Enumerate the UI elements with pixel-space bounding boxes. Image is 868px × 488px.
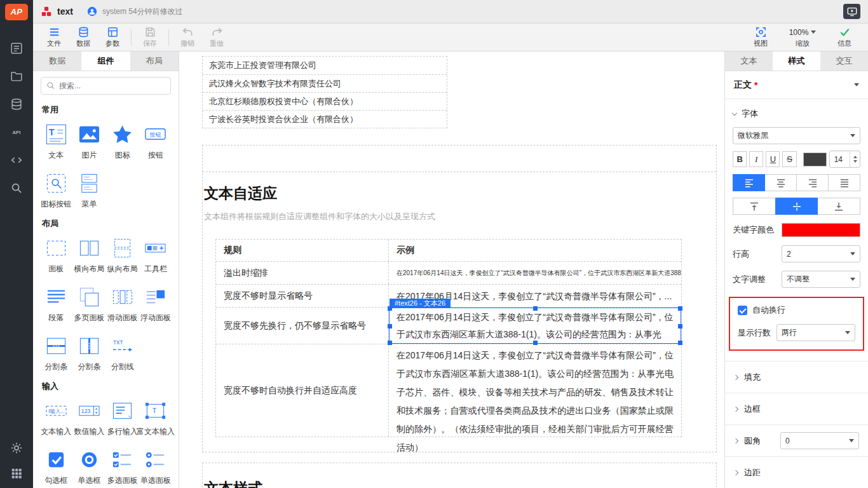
component-item-menu[interactable]: 菜单 [72, 172, 105, 210]
component-item-text[interactable]: T 文本 [39, 123, 72, 161]
component-item-multiline-input[interactable]: 多行输入 [106, 400, 139, 437]
save-button[interactable]: 保存 [135, 26, 165, 48]
component-item-icon[interactable]: 图标 [106, 123, 139, 161]
component-item-toolbar[interactable]: 工具栏 [139, 237, 172, 274]
font-size-stepper[interactable]: 14 [829, 151, 860, 168]
tab-components[interactable]: 组件 [81, 51, 130, 71]
pages-icon[interactable] [10, 41, 24, 55]
database-icon[interactable] [10, 97, 24, 111]
component-item-checkbox[interactable]: 勾选框 [39, 449, 72, 486]
next-section[interactable]: 文本样式 [202, 463, 717, 488]
example-cell[interactable]: 在2017年06月14日这天，李俊创立了“武汉奇普微半导体有限公司”，位于武汉市… [389, 262, 681, 284]
resize-handle[interactable] [388, 324, 392, 329]
component-item-slidepanel[interactable]: 滑动面板 [106, 286, 139, 323]
font-family-select[interactable]: 微软雅黑 [733, 127, 860, 144]
params-button[interactable]: 参数 [98, 26, 127, 48]
component-item-icon-button[interactable]: 图标按钮 [39, 172, 72, 210]
align-justify-button[interactable] [828, 174, 860, 191]
component-item-multipanel[interactable]: 多页面板 [72, 286, 105, 323]
line-height-select[interactable]: 2 [782, 245, 860, 262]
apps-grid-icon[interactable] [10, 466, 24, 480]
auto-wrap-checkbox[interactable] [738, 306, 747, 315]
example-cell[interactable]: 在2017年06月14日这天，李俊创立了“武汉奇普微半导体有限公司”，位于武汉市… [389, 344, 681, 437]
element-type-dropdown[interactable]: 正文 * [725, 71, 868, 99]
component-item-panel[interactable]: 面板 [39, 237, 72, 274]
text-adaptive-section[interactable]: 文本自适应 文本组件将根据规则自适应调整组件和字体的大小以及呈现方式 规则 示例… [202, 145, 717, 452]
bold-button[interactable]: B [733, 151, 747, 167]
align-right-button[interactable] [796, 174, 829, 191]
search-icon[interactable] [10, 181, 24, 195]
tab-text[interactable]: 文本 [725, 51, 773, 71]
text-adjust-select[interactable]: 不调整 [782, 271, 860, 288]
component-item-vlayout[interactable]: 纵向布局 [106, 237, 139, 274]
radius-select[interactable]: 0 [780, 432, 859, 449]
list-item[interactable]: 宁波长谷英时投资合伙企业（有限合伙） [203, 110, 447, 128]
valign-middle-button[interactable] [775, 198, 818, 215]
section-heading[interactable]: 文本样式 [204, 478, 716, 488]
zoom-control[interactable]: 100% 缩放 [785, 26, 820, 48]
section-subtitle[interactable]: 文本组件将根据规则自适应调整组件和字体的大小以及呈现方式 [204, 211, 716, 222]
app-logo[interactable]: AP [0, 0, 33, 24]
api-icon[interactable]: API [10, 125, 24, 139]
section-heading[interactable]: 文本自适应 [204, 184, 716, 203]
section-title-block[interactable]: 文本自适应 文本组件将根据规则自适应调整组件和字体的大小以及呈现方式 [203, 172, 716, 222]
component-item-number-input[interactable]: 123 数值输入 [72, 400, 105, 437]
file-menu-button[interactable]: 文件 [39, 26, 69, 48]
selected-text-component[interactable]: 在2017年06月14日这天，李俊创立了“武汉奇普微半导体有限公司”，位于武汉市… [389, 308, 681, 344]
component-item-checkbox-panel[interactable]: 多选面板 [106, 449, 139, 486]
italic-button[interactable]: I [749, 151, 763, 167]
undo-button[interactable]: 撤销 [173, 26, 202, 48]
info-button[interactable]: 信息 [830, 26, 859, 48]
list-item[interactable]: 武汉烽火众智数字技术有限责任公司 [203, 74, 447, 92]
rule-cell[interactable]: 宽度不够先换行，仍不够显示省略号 [216, 308, 389, 344]
keyword-color-swatch[interactable] [782, 223, 860, 237]
component-item-button[interactable]: 按钮 按钮 [139, 123, 172, 161]
component-item-paragraph[interactable]: 段落 [39, 286, 72, 323]
underline-button[interactable]: U [766, 151, 780, 167]
border-section-header[interactable]: 边框 [725, 393, 868, 424]
component-item-hlayout[interactable]: 横向布局 [72, 237, 105, 274]
font-color-swatch[interactable] [803, 152, 827, 166]
strikethrough-button[interactable]: S [782, 151, 796, 167]
rule-cell[interactable]: 宽度不够时自动换行并自适应高度 [216, 344, 389, 437]
radius-section-header[interactable]: 圆角 0 [725, 424, 868, 456]
company-list-component[interactable]: 东莞市上正投资管理有限公司 武汉烽火众智数字技术有限责任公司 北京红杉顺德股权投… [202, 56, 447, 128]
rule-cell[interactable]: 溢出时缩排 [216, 262, 389, 284]
rules-table[interactable]: 规则 示例 溢出时缩排 在2017年06月14日这天，李俊创立了“武汉奇普微半导… [215, 239, 682, 437]
list-item[interactable]: 东莞市上正投资管理有限公司 [203, 57, 447, 74]
search-input[interactable] [41, 77, 171, 95]
display-lines-select[interactable]: 两行 [776, 324, 855, 341]
align-center-button[interactable] [764, 174, 797, 191]
stepper-arrows[interactable] [850, 151, 860, 167]
rule-cell[interactable]: 宽度不够时显示省略号 [216, 285, 389, 307]
component-item-split-v[interactable]: 分割条 [72, 335, 105, 372]
redo-button[interactable]: 重做 [202, 26, 231, 48]
tab-style[interactable]: 样式 [773, 51, 820, 71]
gear-icon[interactable] [10, 441, 24, 455]
design-canvas[interactable]: 东莞市上正投资管理有限公司 武汉烽火众智数字技术有限责任公司 北京红杉顺德股权投… [179, 51, 724, 488]
margin-section-header[interactable]: 边距 [725, 456, 868, 488]
code-icon[interactable] [10, 153, 24, 167]
font-section-header[interactable]: 字体 [733, 108, 860, 119]
component-item-image[interactable]: 图片 [72, 123, 105, 161]
resize-handle[interactable] [388, 306, 392, 311]
valign-bottom-button[interactable] [817, 198, 860, 215]
component-item-radio[interactable]: 单选框 [72, 449, 105, 486]
folder-icon[interactable] [10, 69, 24, 83]
fill-section-header[interactable]: 填充 [725, 361, 868, 393]
align-left-button[interactable] [733, 174, 765, 191]
tab-layout[interactable]: 布局 [130, 51, 179, 71]
project-icon[interactable] [41, 6, 52, 17]
component-item-radio-panel[interactable]: 单选面板 [139, 449, 172, 486]
component-item-divider[interactable]: TXT 分割线 [106, 335, 139, 372]
tab-data[interactable]: 数据 [33, 51, 81, 71]
component-item-floatpanel[interactable]: 浮动面板 [139, 286, 172, 323]
resize-handle[interactable] [678, 324, 682, 329]
component-item-richtext-input[interactable]: T 富文本输入 [139, 400, 172, 437]
data-button[interactable]: 数据 [69, 26, 98, 48]
tab-interaction[interactable]: 交互 [820, 51, 868, 71]
component-item-text-input[interactable]: I输入... 文本输入 [39, 400, 72, 437]
list-item[interactable]: 北京红杉顺德股权投资中心（有限合伙） [203, 92, 447, 110]
view-button[interactable]: 视图 [746, 26, 775, 48]
component-item-split-h[interactable]: 分割条 [39, 335, 72, 372]
